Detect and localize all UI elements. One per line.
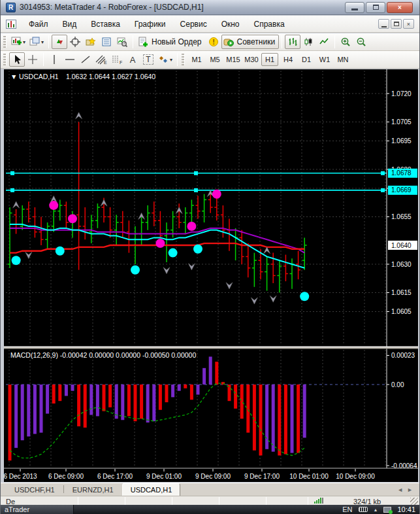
tabs-scroll-left-icon[interactable]: ◄ — [397, 487, 403, 493]
timeframe-button-h1[interactable]: H1 — [261, 53, 278, 66]
timeframe-button-m30[interactable]: M30 — [243, 53, 260, 66]
trendline-icon — [80, 54, 91, 65]
menu-item-4[interactable]: Сервис — [173, 17, 214, 31]
chart-tab-usdcad-h1[interactable]: USDCAD,H1 — [122, 483, 181, 496]
equidistant-channel-icon: E — [95, 54, 107, 65]
status-profile: De — [6, 498, 15, 505]
line-handle[interactable] — [194, 171, 198, 175]
timeframe-button-w1[interactable]: W1 — [316, 53, 333, 66]
time-axis-label: 6 Dec 17:00 — [97, 473, 133, 480]
timeframe-button-m15[interactable]: M15 — [225, 53, 242, 66]
chart-area[interactable]: 1.07201.07051.06951.06801.06701.06551.06… — [1, 69, 420, 483]
crosshair-button[interactable] — [25, 52, 40, 67]
mdi-close-button[interactable]: × — [403, 19, 414, 29]
timeframe-button-m5[interactable]: M5 — [206, 53, 223, 66]
svg-text:1.0678: 1.0678 — [391, 169, 412, 177]
new-order-button[interactable]: Новый Ордер — [136, 35, 205, 49]
language-indicator[interactable]: EN — [342, 505, 352, 513]
taskbar-clock[interactable]: 10:41 — [397, 505, 415, 513]
mdi-restore-button[interactable] — [391, 19, 402, 29]
profiles-button[interactable]: ▾ — [27, 35, 46, 49]
show-hidden-icons-icon[interactable]: ▲ — [374, 507, 378, 512]
new-chart-button[interactable]: ▾ — [9, 35, 27, 49]
arrows-icon — [158, 54, 169, 65]
cursor-button[interactable] — [9, 52, 25, 67]
keyboard-icon[interactable] — [359, 507, 368, 512]
menu-item-1[interactable]: Вид — [56, 17, 84, 31]
chart-candles-button[interactable] — [300, 35, 316, 49]
trendline-button[interactable] — [78, 52, 93, 67]
navigator-button[interactable] — [83, 35, 99, 49]
svg-text:0.00023: 0.00023 — [391, 352, 415, 359]
terminal-button[interactable] — [99, 35, 114, 49]
time-axis-label: 10 Dec 09:00 — [336, 473, 375, 480]
timeframe-button-h4[interactable]: H4 — [280, 53, 297, 66]
toolbar-grip[interactable] — [182, 54, 185, 65]
data-window-button[interactable] — [67, 35, 83, 49]
line-handle[interactable] — [10, 188, 14, 192]
timeframe-button-mn[interactable]: MN — [334, 53, 351, 66]
buy-signal-dot — [12, 256, 21, 265]
menu-item-3[interactable]: Графики — [127, 17, 173, 31]
maximize-button[interactable] — [366, 2, 385, 13]
expert-advisors-label: Советники — [235, 37, 278, 46]
toolbar-separator — [177, 53, 178, 66]
new-order-icon — [138, 37, 148, 47]
sell-signal-dot — [49, 201, 58, 210]
menu-item-6[interactable]: Справка — [247, 17, 292, 31]
timeframe-button-m1[interactable]: M1 — [188, 53, 205, 66]
menu-item-2[interactable]: Вставка — [84, 17, 127, 31]
market-watch-toggle[interactable] — [52, 35, 67, 49]
buy-signal-dot — [193, 245, 202, 254]
close-button[interactable]: × — [387, 2, 413, 13]
resize-grip[interactable] — [410, 498, 418, 505]
toolbar-grip[interactable] — [3, 54, 7, 65]
horizontal-line-button[interactable] — [62, 52, 78, 67]
chart-line-button[interactable] — [316, 35, 332, 49]
vertical-line-button[interactable] — [46, 52, 62, 67]
maximize-icon — [373, 5, 379, 10]
network-icon[interactable] — [383, 507, 391, 513]
chart-window-icon[interactable] — [6, 20, 16, 29]
svg-text:1.0720: 1.0720 — [391, 90, 412, 97]
toolbar-separator — [282, 35, 282, 48]
zoom-in-button[interactable] — [338, 35, 353, 49]
up-arrow-icon — [13, 201, 20, 208]
chart-bars-icon — [287, 37, 298, 47]
chart-tabs-bar: USDCHF,H1EURNZD,H1USDCAD,H1 ◄ ► — [1, 483, 419, 496]
new-order-label: Новый Ордер — [150, 37, 203, 46]
svg-text:F: F — [120, 60, 122, 65]
text-label-button[interactable]: T — [140, 52, 156, 67]
metaeditor-button[interactable]: ! — [206, 35, 221, 49]
equidistant-channel-button[interactable]: E — [93, 52, 109, 67]
new-chart-icon — [11, 37, 22, 47]
line-handle[interactable] — [10, 171, 14, 175]
vertical-line-icon — [50, 54, 59, 65]
chart-tab-usdchf-h1[interactable]: USDCHF,H1 — [6, 483, 63, 496]
title-bar: R 3014953: MetaTrader 4 - RoboForex - [U… — [1, 0, 419, 15]
text-button[interactable]: A — [125, 52, 140, 67]
down-arrow-icon — [25, 252, 32, 259]
mdi-minimize-button[interactable] — [378, 19, 389, 29]
chart-bars-button[interactable] — [285, 35, 300, 49]
profiles-icon — [29, 37, 40, 47]
tabs-scroll-right-icon[interactable]: ► — [407, 487, 413, 493]
toolbar-grip[interactable] — [3, 36, 7, 48]
taskbar-app-button[interactable]: aTrader — [1, 505, 74, 514]
time-axis-label: 6 Dec 2013 — [4, 473, 37, 480]
line-handle[interactable] — [194, 188, 198, 192]
menu-item-5[interactable]: Окно — [214, 17, 247, 31]
arrows-button[interactable]: ▾ — [156, 52, 174, 67]
menu-item-0[interactable]: Файл — [22, 17, 56, 31]
line-handle[interactable] — [381, 188, 385, 192]
sell-signal-dot — [68, 214, 77, 223]
expert-advisors-toggle[interactable]: Советники — [221, 35, 280, 49]
chart-collapse-icon[interactable]: ▼ — [10, 73, 17, 80]
chart-tab-eurnzd-h1[interactable]: EURNZD,H1 — [64, 483, 122, 496]
fibonacci-button[interactable]: F — [109, 52, 125, 67]
strategy-tester-button[interactable] — [114, 35, 130, 49]
line-handle[interactable] — [381, 171, 385, 175]
zoom-out-button[interactable] — [353, 35, 369, 49]
minimize-button[interactable] — [345, 2, 364, 13]
timeframe-button-d1[interactable]: D1 — [298, 53, 315, 66]
